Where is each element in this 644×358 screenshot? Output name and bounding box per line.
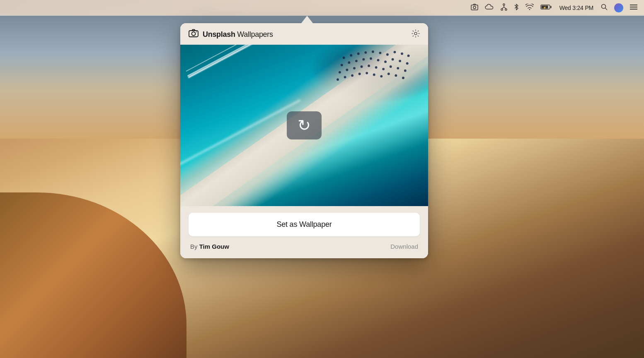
battery-icon[interactable]: ⚡ <box>540 4 552 12</box>
svg-point-20 <box>372 50 374 53</box>
svg-point-3 <box>501 9 503 10</box>
svg-point-50 <box>366 72 368 74</box>
svg-point-15 <box>414 32 417 35</box>
svg-point-30 <box>370 57 372 60</box>
svg-point-35 <box>406 62 409 65</box>
svg-point-29 <box>362 58 365 60</box>
svg-point-38 <box>353 67 356 70</box>
svg-point-39 <box>360 65 363 68</box>
menubar-time: Wed 3:24 PM <box>559 5 593 11</box>
popup-panel: Unsplash Wallpapers <box>180 23 428 258</box>
svg-point-41 <box>375 66 378 69</box>
svg-point-47 <box>344 76 346 78</box>
bluetooth-icon[interactable] <box>514 3 519 12</box>
svg-point-52 <box>380 75 383 77</box>
popup-arrow <box>301 16 313 23</box>
screenshot-icon[interactable] <box>471 4 478 12</box>
svg-point-17 <box>350 54 352 56</box>
search-icon[interactable] <box>601 4 608 12</box>
wifi-icon[interactable] <box>525 4 534 12</box>
camera-icon <box>189 29 199 40</box>
svg-point-13 <box>192 32 196 36</box>
svg-point-19 <box>364 51 367 54</box>
menubar-right-icons <box>601 3 637 12</box>
svg-point-42 <box>382 68 385 70</box>
svg-point-36 <box>339 71 341 73</box>
svg-point-55 <box>402 77 404 79</box>
svg-point-45 <box>404 69 407 72</box>
settings-button[interactable] <box>412 29 420 40</box>
refresh-icon: ↻ <box>298 118 311 133</box>
svg-point-25 <box>407 54 410 57</box>
svg-point-37 <box>346 69 348 71</box>
svg-point-48 <box>351 74 353 77</box>
svg-point-53 <box>387 72 390 75</box>
svg-point-21 <box>379 52 381 54</box>
cloud-icon[interactable] <box>485 4 494 12</box>
svg-point-24 <box>401 53 403 55</box>
popup-title-group: Unsplash Wallpapers <box>189 29 273 40</box>
svg-point-23 <box>393 51 396 53</box>
menu-icon[interactable] <box>630 4 637 12</box>
credit-prefix: By <box>190 243 198 250</box>
svg-point-43 <box>390 65 392 68</box>
svg-text:⚡: ⚡ <box>543 6 547 10</box>
svg-point-28 <box>355 60 358 62</box>
svg-point-14 <box>196 31 197 32</box>
svg-point-4 <box>505 9 507 10</box>
popup-footer: Set as Wallpaper By Tim Gouw Download <box>180 206 428 258</box>
svg-point-1 <box>473 6 476 9</box>
popup-header: Unsplash Wallpapers <box>180 23 428 45</box>
user-icon[interactable] <box>614 3 623 12</box>
menubar: ⚡ Wed 3:24 PM <box>0 0 644 16</box>
svg-point-49 <box>358 72 361 75</box>
svg-point-31 <box>377 59 379 61</box>
menubar-icons: ⚡ <box>471 3 552 12</box>
svg-point-51 <box>373 73 375 76</box>
popup-credits: By Tim Gouw Download <box>189 243 420 250</box>
set-wallpaper-button[interactable]: Set as Wallpaper <box>189 213 420 236</box>
beach-umbrellas <box>332 50 421 130</box>
refresh-button[interactable]: ↻ <box>287 111 322 139</box>
svg-point-16 <box>343 56 345 59</box>
svg-point-27 <box>348 61 350 64</box>
fork-icon[interactable] <box>501 3 507 12</box>
svg-point-18 <box>357 53 360 55</box>
wallpaper-image[interactable]: ↻ <box>180 45 428 206</box>
svg-point-2 <box>503 4 505 5</box>
credit-text: By Tim Gouw <box>190 243 229 250</box>
popup-title: Unsplash Wallpapers <box>203 30 273 39</box>
svg-point-44 <box>397 67 399 70</box>
svg-point-22 <box>386 53 389 55</box>
svg-rect-0 <box>471 5 478 10</box>
photographer-name: Tim Gouw <box>199 243 229 250</box>
svg-point-40 <box>368 65 370 67</box>
svg-point-26 <box>341 64 343 66</box>
svg-point-32 <box>384 60 387 63</box>
svg-point-33 <box>391 58 394 60</box>
svg-point-34 <box>399 60 401 62</box>
download-button[interactable]: Download <box>390 243 418 250</box>
svg-point-46 <box>337 78 339 81</box>
svg-point-54 <box>395 74 397 77</box>
